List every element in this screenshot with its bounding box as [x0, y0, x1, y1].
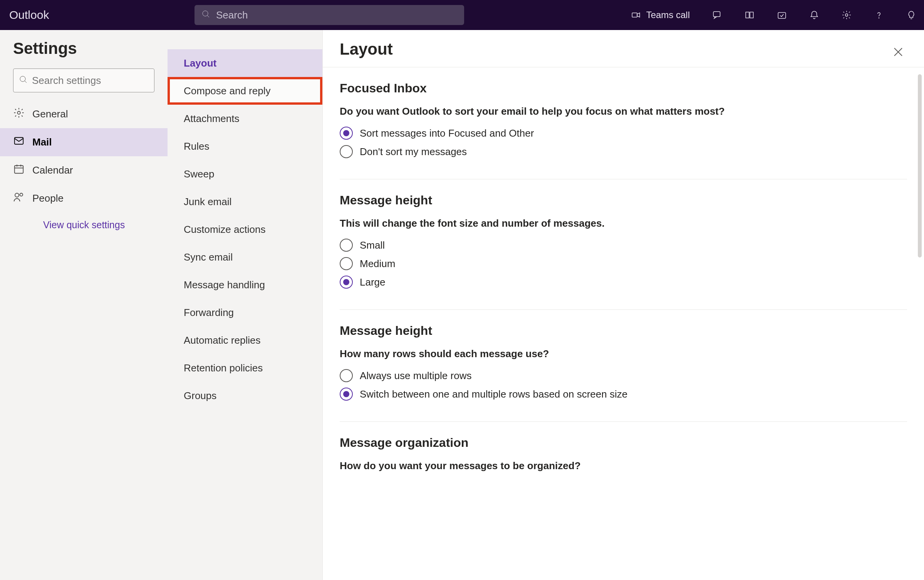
gear-icon[interactable] [842, 10, 852, 20]
section-1: Message heightThis will change the font … [340, 179, 907, 310]
sidebar-item-general[interactable]: General [0, 100, 168, 128]
page-title: Layout [323, 30, 924, 67]
radio-label: Don't sort my messages [360, 146, 467, 158]
svg-point-10 [20, 76, 25, 82]
sidebar-item-label: People [32, 192, 64, 204]
subnav-item-label: Automatic replies [184, 334, 260, 346]
svg-point-8 [845, 14, 848, 17]
section-2: Message heightHow many rows should each … [340, 310, 907, 422]
apps-icon[interactable] [745, 10, 755, 20]
search-icon [19, 75, 28, 86]
subnav-item-label: Attachments [184, 113, 240, 125]
radio-label: Medium [360, 258, 395, 270]
settings-search[interactable] [13, 69, 154, 92]
brand-label: Outlook [9, 8, 49, 22]
subnav-item-label: Junk email [184, 196, 231, 208]
subnav-item-automatic-replies[interactable]: Automatic replies [168, 326, 322, 354]
people-icon [13, 191, 25, 206]
subnav-item-groups[interactable]: Groups [168, 382, 322, 410]
svg-line-1 [207, 15, 209, 17]
radio-icon [340, 239, 353, 252]
subnav-item-layout[interactable]: Layout [168, 49, 322, 77]
section-heading: Message organization [340, 436, 907, 450]
radio-option[interactable]: Large [340, 276, 907, 289]
teams-call-label: Teams call [646, 10, 690, 20]
subnav-item-sync-email[interactable]: Sync email [168, 243, 322, 271]
lightbulb-icon[interactable] [906, 10, 916, 20]
section-heading: Focused Inbox [340, 81, 907, 95]
svg-rect-14 [15, 165, 23, 173]
section-description: This will change the font size and numbe… [340, 217, 907, 229]
radio-option[interactable]: Switch between one and multiple rows bas… [340, 388, 907, 401]
subnav-item-sweep[interactable]: Sweep [168, 160, 322, 188]
todo-icon[interactable] [777, 10, 787, 20]
radio-option[interactable]: Sort messages into Focused and Other [340, 127, 907, 140]
video-icon [631, 10, 641, 20]
subnav-item-customize-actions[interactable]: Customize actions [168, 216, 322, 243]
chat-icon[interactable] [712, 10, 722, 20]
settings-sidebar: Settings General Mail Calendar People Vi… [0, 30, 168, 580]
svg-rect-2 [632, 13, 637, 17]
subnav-item-label: Layout [184, 57, 216, 69]
settings-search-input[interactable] [32, 75, 157, 87]
radio-label: Switch between one and multiple rows bas… [360, 388, 627, 400]
subnav-item-junk-email[interactable]: Junk email [168, 188, 322, 216]
svg-point-12 [17, 111, 20, 114]
sidebar-item-label: General [32, 108, 68, 120]
svg-rect-6 [750, 12, 753, 18]
radio-icon [340, 145, 353, 158]
subnav-item-forwarding[interactable]: Forwarding [168, 299, 322, 326]
radio-option[interactable]: Medium [340, 257, 907, 270]
bell-icon[interactable] [809, 10, 819, 20]
teams-call-button[interactable]: Teams call [631, 10, 690, 20]
search-icon [201, 10, 211, 20]
radio-option[interactable]: Don't sort my messages [340, 145, 907, 158]
subnav-item-label: Sweep [184, 168, 215, 180]
scrollbar-thumb[interactable] [918, 74, 922, 257]
view-quick-settings-link[interactable]: View quick settings [0, 212, 168, 231]
section-description: How do you want your messages to be orga… [340, 460, 907, 472]
sidebar-item-label: Calendar [32, 164, 73, 176]
subnav-item-attachments[interactable]: Attachments [168, 105, 322, 132]
subnav-item-label: Forwarding [184, 307, 234, 319]
sidebar-item-calendar[interactable]: Calendar [0, 156, 168, 184]
sidebar-item-people[interactable]: People [0, 184, 168, 212]
svg-rect-4 [713, 12, 720, 17]
global-search-input[interactable] [216, 9, 457, 21]
svg-point-9 [879, 18, 879, 18]
section-0: Focused InboxDo you want Outlook to sort… [340, 67, 907, 179]
settings-content: Layout Focused InboxDo you want Outlook … [322, 30, 924, 580]
subnav-item-retention-policies[interactable]: Retention policies [168, 354, 322, 382]
section-description: Do you want Outlook to sort your email t… [340, 105, 907, 117]
svg-rect-13 [15, 137, 23, 144]
subnav-item-label: Compose and reply [184, 85, 270, 97]
subnav-item-label: Customize actions [184, 224, 265, 236]
radio-option[interactable]: Always use multiple rows [340, 369, 907, 382]
titlebar-right: Teams call [631, 10, 916, 20]
radio-label: Always use multiple rows [360, 370, 471, 382]
subnav-item-label: Groups [184, 390, 216, 402]
svg-point-18 [15, 193, 19, 197]
close-icon [892, 52, 904, 59]
sidebar-item-mail[interactable]: Mail [0, 128, 168, 156]
subnav-item-compose-and-reply[interactable]: Compose and reply [168, 77, 322, 105]
close-button[interactable] [892, 46, 904, 59]
radio-icon [340, 369, 353, 382]
global-search[interactable] [195, 5, 464, 25]
radio-option[interactable]: Small [340, 239, 907, 252]
radio-label: Sort messages into Focused and Other [360, 127, 534, 139]
radio-icon [340, 276, 353, 289]
svg-point-0 [203, 11, 208, 16]
subnav-item-rules[interactable]: Rules [168, 132, 322, 160]
section-heading: Message height [340, 193, 907, 207]
calendar-icon [13, 163, 25, 177]
help-icon[interactable] [874, 10, 884, 20]
svg-marker-3 [637, 13, 640, 17]
gear-icon [13, 107, 25, 121]
radio-icon [340, 127, 353, 140]
section-description: How many rows should each message use? [340, 348, 907, 360]
sidebar-item-label: Mail [32, 136, 52, 148]
subnav-item-message-handling[interactable]: Message handling [168, 271, 322, 299]
section-3: Message organizationHow do you want your… [340, 422, 907, 496]
svg-rect-7 [778, 13, 786, 18]
